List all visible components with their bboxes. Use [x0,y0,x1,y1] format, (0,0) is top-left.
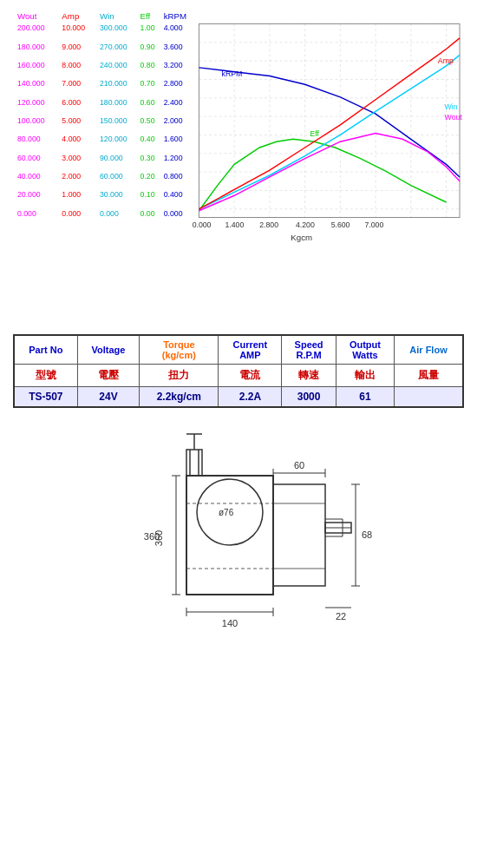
y-val-eff-0: 0.00 [140,209,155,218]
y-val-eff-20: 0.20 [140,172,155,181]
y-val-amp-5: 5.000 [62,116,81,125]
y-val-krpm-20: 2.000 [164,116,183,125]
y-val-amp-4: 4.000 [62,135,81,143]
data-row-1: TS-507 24V 2.2kg/cm 2.2A 3000 61 [14,387,463,408]
y-val-win-210: 210.000 [100,79,127,88]
y-val-wout-160: 160.000 [17,61,45,69]
y-val-amp-10: 10.000 [62,23,85,32]
eff-curve-label: Eff [310,129,319,138]
y-val-wout-0: 0.000 [17,209,36,218]
y-val-wout-140: 140.000 [17,79,45,88]
col-header-output: OutputWatts [336,335,394,365]
y-val-win-30: 30.000 [100,190,123,199]
col-cn-voltage: 電壓 [77,365,140,387]
y-val-wout-20: 20.000 [17,190,41,199]
y-val-wout-120: 120.000 [17,98,45,107]
y-val-eff-40: 0.40 [140,135,155,143]
x-val-70: 7.000 [364,220,383,229]
y-val-wout-60: 60.000 [17,154,41,162]
y-val-eff-10: 0.10 [140,190,155,199]
col-header-partno: Part No [14,335,77,365]
y-val-krpm-28: 2.800 [164,79,183,88]
y-val-wout-40: 40.000 [17,172,41,181]
y-val-win-150: 150.000 [100,116,127,125]
y-val-amp-8: 8.000 [62,61,81,69]
y-val-amp-3: 3.000 [62,154,81,162]
cell-speed: 3000 [282,387,336,408]
col-header-speed: SpeedR.P.M [282,335,336,365]
dim-60-label: 60 [294,460,304,470]
motor-body [186,476,273,595]
y-val-eff-100: 1.00 [140,23,155,32]
y-val-wout-180: 180.000 [17,43,45,51]
cell-voltage: 24V [77,387,140,408]
x-val-56: 5.600 [331,220,350,229]
amp-curve-label: Amp [438,56,454,65]
y-val-eff-70: 0.70 [140,79,155,88]
y-val-eff-60: 0.60 [140,98,155,107]
col-header-voltage: Voltage [77,335,140,365]
header-row-en: Part No Voltage Torque(kg/cm) CurrentAMP… [14,335,463,365]
y-val-wout-200: 200.000 [17,23,45,32]
y-val-eff-90: 0.90 [140,43,155,51]
krpm-curve-label: kRPM [222,69,243,78]
chart-section: Wout 200.000 180.000 160.000 140.000 120… [0,0,477,321]
performance-chart: Wout 200.000 180.000 160.000 140.000 120… [9,9,468,286]
y-label-win: Win [100,11,114,21]
header-row-cn: 型號 電壓 扭力 電流 轉速 輸出 風量 [14,365,463,387]
x-val-28: 2.800 [259,220,278,229]
dim-360-text: 360 [144,531,160,542]
y-val-amp-2: 2.000 [62,172,81,181]
y-val-win-120: 120.000 [100,135,127,143]
connector-bracket [186,450,202,476]
y-val-krpm-16: 1.600 [164,135,183,143]
y-val-krpm-04: 0.400 [164,190,183,199]
col-header-current: CurrentAMP [219,335,282,365]
dim-22-label: 22 [336,611,346,621]
col-header-torque: Torque(kg/cm) [140,335,219,365]
y-val-wout-80: 80.000 [17,135,41,143]
y-label-amp: Amp [62,11,79,21]
wout-curve-label: Wout [445,113,463,122]
y-val-eff-80: 0.80 [140,61,155,69]
x-axis-label: Kgcm [291,233,312,242]
col-cn-speed: 轉速 [282,365,336,387]
specs-table: Part No Voltage Torque(kg/cm) CurrentAMP… [13,334,464,408]
krpm-line [199,68,460,177]
cell-current: 2.2A [219,387,282,408]
wout-line [199,134,460,211]
col-cn-airflow: 風量 [395,365,464,387]
y-val-krpm-4: 4.000 [164,23,183,32]
diagram-section: 360 360 ø76 60 68 22 140 [0,417,477,660]
y-val-win-90: 90.000 [100,154,123,162]
cell-torque: 2.2kg/cm [140,387,219,408]
y-val-eff-30: 0.30 [140,154,155,162]
y-val-krpm-36: 3.600 [164,43,183,51]
col-cn-output: 輸出 [336,365,394,387]
fan-body [273,484,325,586]
win-curve-label: Win [445,102,458,111]
y-val-amp-6: 6.000 [62,98,81,107]
y-val-krpm-32: 3.200 [164,61,183,69]
y-val-krpm-00: 0.000 [164,209,183,218]
y-val-win-60: 60.000 [100,172,123,181]
y-val-krpm-12: 1.200 [164,154,183,162]
y-val-wout-100: 100.000 [17,116,45,125]
cell-partno: TS-507 [14,387,77,408]
y-label-wout: Wout [17,11,37,21]
y-val-amp-0: 0.000 [62,209,81,218]
y-val-win-300: 300.000 [100,23,127,32]
x-val-0: 0.000 [193,220,212,229]
x-val-14: 1.400 [225,220,244,229]
y-val-amp-1: 1.000 [62,190,81,199]
y-val-krpm-08: 0.800 [164,172,183,181]
table-section: Part No Voltage Torque(kg/cm) CurrentAMP… [0,326,477,417]
y-label-krpm: kRPM [164,11,186,21]
cell-airflow [395,387,464,408]
chart-border [199,23,460,217]
dim-68-label: 68 [362,529,372,540]
diameter-76-label: ø76 [219,508,234,517]
y-val-krpm-24: 2.400 [164,98,183,107]
y-val-amp-9: 9.000 [62,43,81,51]
x-val-42: 4.200 [296,220,315,229]
